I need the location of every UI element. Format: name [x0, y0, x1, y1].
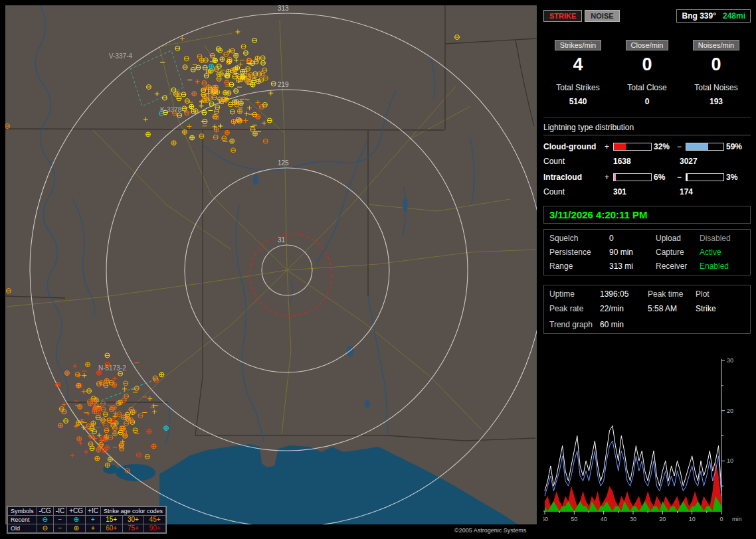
mode-row: STRIKE NOISE Bng 339° 248mi — [543, 5, 751, 23]
intracloud-row: Intracloud + 6% − 3% — [543, 173, 751, 182]
svg-text:60: 60 — [543, 516, 548, 522]
peak-time-value: 5:58 AM — [648, 304, 696, 313]
svg-text:313: 313 — [278, 5, 289, 12]
legend-age-60+: 60+ — [100, 524, 122, 533]
legend-col-+IC: +IC — [86, 507, 101, 516]
legend-row-recent: Recent — [8, 516, 37, 524]
ic-pos-count: 301 — [613, 187, 680, 196]
intracloud-label: Intracloud — [543, 173, 605, 182]
cg-neg-bar — [686, 143, 724, 151]
bearing-label: Bng 339° — [682, 11, 715, 21]
peak-rate-label: Peak rate — [549, 304, 600, 313]
legend-glyph-cgn: ⊖ — [37, 516, 53, 524]
ic-neg-pct: 3% — [724, 173, 749, 182]
legend-glyph-icp: + — [86, 516, 101, 524]
peak-rate-value: 22/min — [600, 304, 648, 313]
totals: Total Strikes Total Close Total Noises 5… — [543, 83, 751, 106]
total-strikes-value: 5140 — [543, 97, 613, 106]
total-strikes-label: Total Strikes — [543, 83, 613, 92]
capture-value: Active — [700, 248, 745, 257]
road-network — [7, 20, 535, 434]
persistence-label: Persistence — [549, 248, 609, 257]
cloud-ground-label: Cloud-ground — [543, 142, 605, 151]
close-per-min-value: 0 — [613, 54, 682, 75]
noise-mode-button[interactable]: NOISE — [585, 10, 619, 22]
ic-count-row: Count 301 174 — [543, 187, 751, 196]
legend-symbols-header: Symbols — [8, 507, 37, 516]
total-noises-value: 193 — [682, 97, 751, 106]
legend-glyph-cgn: ⊖ — [37, 524, 53, 533]
minus-sign: − — [677, 173, 686, 182]
strikes-per-min-value: 4 — [543, 54, 613, 75]
cg-neg-pct: 59% — [724, 142, 749, 151]
legend-age-15+: 15+ — [100, 516, 122, 524]
cg-pos-count: 1638 — [613, 157, 680, 166]
receiver-value: Enabled — [700, 262, 745, 271]
bearing-range: 248mi — [723, 11, 745, 21]
rate-values: 4 0 0 — [543, 54, 751, 75]
legend-age-45+: 45+ — [144, 516, 166, 524]
lakes — [253, 175, 408, 408]
rate-headers: Strikes/min Close/min Noises/min — [543, 40, 751, 50]
uptime-label: Uptime — [549, 289, 600, 299]
peak-time-label: Peak time — [648, 289, 696, 299]
legend-glyph-cgp: ⊕ — [67, 524, 86, 533]
upload-label: Upload — [656, 234, 700, 243]
squelch-label: Squelch — [549, 234, 609, 243]
plus-sign: + — [605, 142, 613, 151]
map-svg: 31321912531V-337-4K-3378-2N-5173-2 — [5, 5, 537, 524]
svg-text:10: 10 — [727, 457, 733, 464]
squelch-value: 0 — [609, 234, 656, 243]
legend-age-75+: 75+ — [122, 524, 144, 533]
svg-text:K-3378-2: K-3378-2 — [160, 106, 188, 114]
plus-sign: + — [605, 173, 613, 182]
map-overlay: 31321912531V-337-4K-3378-2N-5173-2 — [5, 5, 537, 524]
upload-value: Disabled — [700, 234, 745, 243]
rivers — [35, 5, 474, 445]
strike-mode-button[interactable]: STRIKE — [543, 10, 582, 22]
svg-text:40: 40 — [601, 516, 607, 522]
svg-text:10: 10 — [689, 516, 696, 522]
cg-pos-pct: 32% — [652, 142, 677, 151]
ic-neg-count: 174 — [680, 187, 746, 196]
svg-text:30: 30 — [630, 516, 636, 522]
datetime-display: 3/11/2026 4:20:11 PM — [543, 206, 751, 224]
noises-per-min-value: 0 — [682, 54, 751, 75]
ic-pos-pct: 6% — [652, 173, 677, 182]
svg-text:125: 125 — [278, 159, 289, 167]
close-per-min-button[interactable]: Close/min — [626, 40, 669, 50]
svg-text:V-337-4: V-337-4 — [109, 52, 132, 60]
legend-age-title: Strike age color codes — [100, 507, 165, 516]
trend-graph-row: Trend graph 60 min — [549, 320, 745, 329]
legend-age-30+: 30+ — [122, 516, 144, 524]
count-label: Count — [543, 157, 613, 166]
svg-text:20: 20 — [659, 516, 666, 522]
distribution-title: Lightning type distribution — [543, 123, 751, 135]
lightning-map[interactable]: 31321912531V-337-4K-3378-2N-5173-2 — [5, 5, 537, 524]
trend-graph: 1020306050403020100min — [543, 357, 751, 532]
status-panel: STRIKE NOISE Bng 339° 248mi Strikes/min … — [543, 5, 751, 534]
noises-per-min-button[interactable]: Noises/min — [693, 40, 739, 50]
plot-value: Strike — [696, 304, 745, 313]
trend-graph-label: Trend graph — [549, 320, 600, 329]
persistence-value: 90 min — [609, 248, 656, 257]
legend-col--CG: -CG — [37, 507, 53, 516]
svg-text:N-5173-2: N-5173-2 — [98, 364, 126, 372]
strikes-per-min-button[interactable]: Strikes/min — [555, 40, 601, 50]
legend-age-90+: 90+ — [144, 524, 166, 533]
legend-col--IC: -IC — [53, 507, 66, 516]
legend-col-+CG: +CG — [67, 507, 86, 516]
receiver-status-box: Squelch 0 Upload Disabled Persistence 90… — [543, 229, 751, 275]
trend-graph-svg: 1020306050403020100min — [543, 357, 743, 531]
range-label: Range — [549, 262, 609, 271]
uptime-value: 1396:05 — [600, 289, 648, 299]
total-noises-label: Total Noises — [682, 83, 751, 92]
cg-pos-bar — [613, 143, 652, 151]
cloud-ground-row: Cloud-ground + 32% − 59% — [543, 142, 751, 151]
cg-neg-count: 3027 — [680, 157, 746, 166]
legend-glyph-icp: + — [86, 524, 101, 533]
divider — [543, 117, 751, 117]
total-close-value: 0 — [613, 97, 682, 106]
legend-glyph-icn: − — [53, 524, 66, 533]
count-label: Count — [543, 187, 613, 196]
